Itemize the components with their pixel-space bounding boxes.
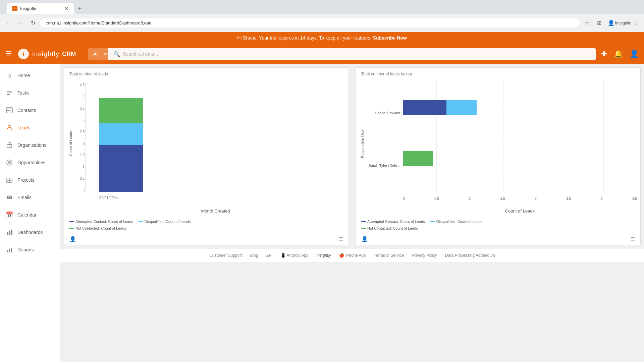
right-bar-chart: Responsible User Shane Dawson Sarah Tyle…	[359, 80, 637, 207]
top-nav: ☰ i insightly CRM All 🔍 Search all data.…	[0, 44, 644, 64]
address-bar[interactable]: crm.na1.insightly.com/Home/StandardDashb…	[40, 18, 580, 27]
footer-api[interactable]: API	[266, 253, 273, 258]
tasks-icon	[5, 89, 13, 97]
shane-bar-row	[403, 99, 477, 116]
search-dropdown[interactable]: All	[88, 48, 108, 60]
right-chart-menu-icon[interactable]: ☰	[630, 236, 635, 242]
right-legend-disqualified: Disqualified: Count of Leads	[430, 220, 483, 224]
sidebar-label-opportunities: Opportunities	[17, 160, 45, 165]
footer-dpa[interactable]: Data Processing Addendum	[445, 253, 495, 258]
shane-bar-light-blue	[446, 100, 477, 115]
trial-text: Hi Shane. Your trial expires in 14 days.…	[237, 35, 372, 41]
more-button[interactable]: ⋮	[631, 18, 640, 28]
right-legend-light-blue	[430, 221, 435, 222]
extension-button[interactable]: ⊞	[594, 18, 604, 28]
svg-rect-7	[7, 110, 9, 111]
page-footer: Customer Support Blog API 📱 Android App …	[60, 249, 644, 262]
left-y-axis-title: Count of Leads	[69, 131, 73, 156]
bookmark-button[interactable]: ☆	[582, 18, 592, 28]
search-box[interactable]: 🔍 Search all data...	[108, 48, 596, 60]
browser-tabs: i Insightly ✕ +	[0, 0, 644, 14]
insightly-logo-icon: i	[17, 48, 30, 60]
address-url: crm.na1.insightly.com/Home/StandardDashb…	[46, 20, 574, 25]
right-legend-green	[361, 228, 366, 229]
right-y-axis-title: Responsible User	[361, 129, 365, 158]
footer-logo: insightly	[317, 253, 331, 258]
sidebar-item-tasks[interactable]: Tasks	[0, 84, 60, 102]
sidebar-label-dashboards: Dashboards	[17, 230, 43, 235]
left-chart-footer: 👤 ☰	[64, 233, 348, 245]
right-x-axis: 0 0.5 1 1.5 2 2.5 3 3.5	[403, 197, 637, 200]
sidebar-item-home[interactable]: ⌂ Home	[0, 67, 60, 84]
sidebar-item-calendar[interactable]: 📅 Calendar	[0, 206, 60, 224]
nav-actions: ✚ 🔔 👤	[601, 50, 639, 58]
left-chart-user-icon[interactable]: 👤	[69, 236, 76, 242]
hamburger-menu[interactable]: ☰	[5, 50, 12, 58]
y-label-sarah: Sarah Tyler (Dele...	[366, 154, 400, 177]
browser-actions: ☆ ⊞ 👤 Incognito ⋮	[582, 18, 640, 28]
svg-rect-21	[7, 232, 8, 235]
sidebar-item-projects[interactable]: Projects	[0, 171, 60, 189]
svg-rect-26	[11, 248, 12, 252]
left-chart-legend: Attempted Contact: Count of Leads Disqua…	[64, 217, 348, 233]
active-tab[interactable]: i Insightly ✕	[7, 3, 74, 14]
sidebar-label-leads: Leads	[17, 125, 30, 130]
sidebar-label-contacts: Contacts	[17, 108, 36, 113]
notifications-button[interactable]: 🔔	[614, 50, 623, 58]
right-legend-dark-blue	[361, 221, 366, 222]
legend-disqualified: Disqualified: Count of Leads	[139, 220, 191, 224]
profile-button[interactable]: 👤	[606, 18, 616, 28]
tab-close-button[interactable]: ✕	[64, 5, 68, 12]
sidebar-item-dashboards[interactable]: Dashboards	[0, 224, 60, 241]
sidebar-item-emails[interactable]: ✉ Emails	[0, 189, 60, 206]
main-layout: ⌂ Home Tasks Contacts Leads	[0, 64, 644, 362]
svg-rect-17	[7, 178, 9, 180]
trial-banner: Hi Shane. Your trial expires in 14 days.…	[0, 32, 644, 44]
left-stacked-bar	[99, 98, 143, 192]
sidebar-item-contacts[interactable]: Contacts	[0, 102, 60, 119]
right-chart-user-icon[interactable]: 👤	[361, 236, 368, 242]
svg-rect-13	[9, 146, 10, 148]
forward-button[interactable]: →	[16, 18, 25, 28]
footer-customer-support[interactable]: Customer Support	[209, 253, 242, 258]
add-button[interactable]: ✚	[601, 50, 607, 58]
right-chart-footer: 👤 ☰	[356, 233, 640, 245]
content-area: Total number of leads Count of Leads 4.5	[60, 64, 644, 362]
incognito-label: Incognito	[619, 18, 628, 28]
footer-privacy[interactable]: Privacy Policy	[412, 253, 437, 258]
left-chart-menu-icon[interactable]: ☰	[338, 236, 343, 242]
sidebar-item-leads[interactable]: Leads	[0, 119, 60, 136]
left-chart-card: Total number of leads Count of Leads 4.5	[64, 67, 349, 245]
footer-android-app[interactable]: 📱 Android App	[281, 253, 309, 258]
opportunities-icon	[5, 159, 13, 167]
footer-blog[interactable]: Blog	[250, 253, 258, 258]
bar-segment-disqualified	[99, 123, 143, 145]
svg-point-16	[9, 162, 10, 163]
legend-not-contacted: Not Contacted: Count of Leads	[69, 226, 343, 230]
right-y-axis: Shane Dawson Sarah Tyler (Dele...	[366, 80, 403, 207]
dashboards-icon	[5, 228, 13, 236]
sidebar-label-reports: Reports	[17, 247, 34, 252]
sidebar-item-organizations[interactable]: Organizations	[0, 136, 60, 154]
browser-chrome: i Insightly ✕ + ← → ↻ crm.na1.insightly.…	[0, 0, 644, 32]
sidebar-item-reports[interactable]: Reports	[0, 241, 60, 258]
left-y-axis: 4.5 4 3.5 3 2.5 2 1.5 1 0.5 0	[74, 80, 86, 207]
right-x-axis-title: Count of Leads	[359, 207, 637, 214]
svg-rect-25	[9, 249, 10, 252]
subscribe-link[interactable]: Subscribe Now	[373, 35, 407, 41]
footer-iphone-app[interactable]: 🍎 iPhone App	[339, 253, 366, 258]
left-chart-title: Total number of leads	[64, 68, 348, 76]
user-avatar[interactable]: 👤	[630, 50, 639, 58]
sidebar-item-opportunities[interactable]: Opportunities	[0, 154, 60, 171]
footer-terms[interactable]: Terms of Service	[374, 253, 404, 258]
leads-icon	[5, 124, 13, 132]
reload-button[interactable]: ↻	[28, 18, 38, 28]
charts-row: Total number of leads Count of Leads 4.5	[60, 64, 644, 249]
right-chart-title: Total number of leads by rep	[356, 68, 640, 76]
svg-rect-19	[7, 181, 9, 183]
home-icon: ⌂	[5, 71, 13, 79]
new-tab-button[interactable]: +	[74, 3, 86, 14]
sidebar-label-tasks: Tasks	[17, 90, 30, 96]
back-button[interactable]: ←	[4, 18, 13, 28]
sarah-bar-row	[403, 150, 433, 167]
